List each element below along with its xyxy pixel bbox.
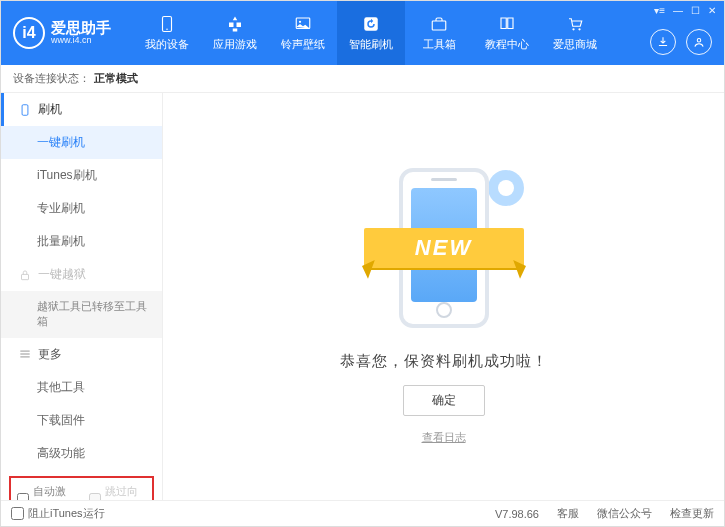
- sidebar-item-oneclick[interactable]: 一键刷机: [1, 126, 162, 159]
- nav-toolbox[interactable]: 工具箱: [405, 1, 473, 65]
- main-content: NEW 恭喜您，保资料刷机成功啦！ 确定 查看日志: [163, 93, 724, 500]
- logo: i4 爱思助手 www.i4.cn: [1, 17, 123, 49]
- checkbox-skip-wizard[interactable]: 跳过向导: [89, 484, 147, 500]
- sidebar: 刷机 一键刷机 iTunes刷机 专业刷机 批量刷机 一键越狱 越狱工具已转移至…: [1, 93, 163, 500]
- footer: 阻止iTunes运行 V7.98.66 客服 微信公众号 检查更新: [1, 500, 724, 526]
- sidebar-item-advanced[interactable]: 高级功能: [1, 437, 162, 470]
- sidebar-item-itunes[interactable]: iTunes刷机: [1, 159, 162, 192]
- footer-link-update[interactable]: 检查更新: [670, 506, 714, 521]
- checkbox-auto-activate[interactable]: 自动激活: [17, 484, 75, 500]
- footer-link-service[interactable]: 客服: [557, 506, 579, 521]
- app-title: 爱思助手: [51, 20, 111, 37]
- view-log-link[interactable]: 查看日志: [422, 430, 466, 445]
- nav-apps[interactable]: 应用游戏: [201, 1, 269, 65]
- svg-point-7: [578, 28, 580, 30]
- phone-icon: [18, 103, 32, 117]
- svg-point-3: [299, 21, 301, 23]
- svg-point-6: [572, 28, 574, 30]
- close-icon[interactable]: ✕: [708, 5, 716, 16]
- sidebar-item-other[interactable]: 其他工具: [1, 371, 162, 404]
- status-label: 设备连接状态：: [13, 71, 90, 86]
- sidebar-group-more[interactable]: 更多: [1, 338, 162, 371]
- svg-rect-5: [432, 21, 446, 30]
- menu-icon[interactable]: ▾≡: [654, 5, 665, 16]
- svg-rect-9: [22, 104, 28, 115]
- svg-point-8: [697, 39, 701, 43]
- ok-button[interactable]: 确定: [403, 385, 485, 416]
- status-value: 正常模式: [94, 71, 138, 86]
- sidebar-item-download[interactable]: 下载固件: [1, 404, 162, 437]
- download-button[interactable]: [650, 29, 676, 55]
- top-nav: 我的设备 应用游戏 铃声壁纸 智能刷机 工具箱 教程中心: [133, 1, 609, 65]
- phone-icon: [157, 14, 177, 34]
- nav-store[interactable]: 爱思商城: [541, 1, 609, 65]
- checkbox-block-itunes[interactable]: 阻止iTunes运行: [11, 506, 105, 521]
- logo-icon: i4: [13, 17, 45, 49]
- status-bar: 设备连接状态： 正常模式: [1, 65, 724, 93]
- minimize-icon[interactable]: —: [673, 5, 683, 16]
- refresh-icon: [361, 14, 381, 34]
- cart-icon: [565, 14, 585, 34]
- more-icon: [18, 347, 32, 361]
- success-message: 恭喜您，保资料刷机成功啦！: [340, 352, 548, 371]
- success-illustration: NEW: [334, 158, 554, 338]
- sidebar-group-jailbreak: 一键越狱: [1, 258, 162, 291]
- sidebar-item-batch[interactable]: 批量刷机: [1, 225, 162, 258]
- lock-icon: [18, 268, 32, 282]
- user-button[interactable]: [686, 29, 712, 55]
- version-label: V7.98.66: [495, 508, 539, 520]
- disc-icon: [488, 170, 524, 206]
- maximize-icon[interactable]: ☐: [691, 5, 700, 16]
- book-icon: [497, 14, 517, 34]
- sidebar-item-pro[interactable]: 专业刷机: [1, 192, 162, 225]
- nav-flash[interactable]: 智能刷机: [337, 1, 405, 65]
- sidebar-item-moved: 越狱工具已转移至工具箱: [1, 291, 162, 338]
- new-banner: NEW: [364, 228, 524, 268]
- svg-rect-10: [22, 274, 29, 279]
- flash-options-box: 自动激活 跳过向导: [9, 476, 154, 500]
- image-icon: [293, 14, 313, 34]
- toolbox-icon: [429, 14, 449, 34]
- app-header: i4 爱思助手 www.i4.cn 我的设备 应用游戏 铃声壁纸 智能刷机: [1, 1, 724, 65]
- footer-link-wechat[interactable]: 微信公众号: [597, 506, 652, 521]
- apps-icon: [225, 14, 245, 34]
- nav-tutorials[interactable]: 教程中心: [473, 1, 541, 65]
- nav-ringtones[interactable]: 铃声壁纸: [269, 1, 337, 65]
- svg-point-1: [166, 29, 168, 31]
- nav-my-device[interactable]: 我的设备: [133, 1, 201, 65]
- app-subtitle: www.i4.cn: [51, 36, 111, 46]
- sidebar-group-flash[interactable]: 刷机: [1, 93, 162, 126]
